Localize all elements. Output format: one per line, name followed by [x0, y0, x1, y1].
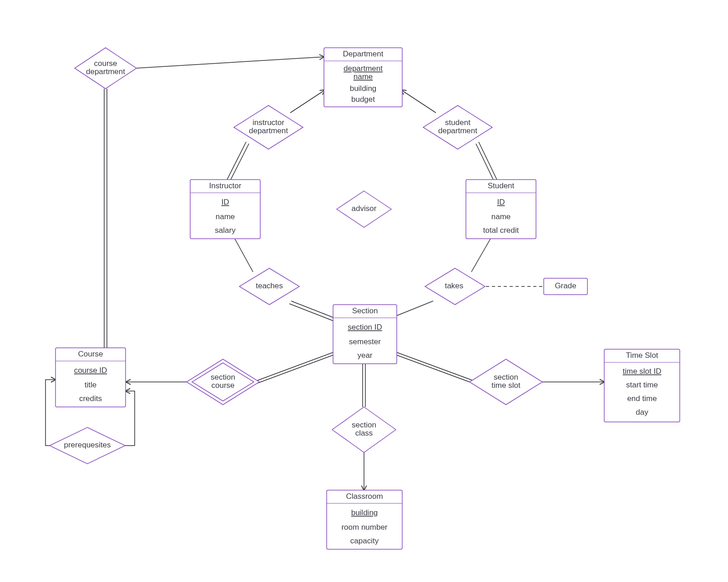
- rel-section-course-l1: section: [211, 373, 235, 381]
- rel-section-course-l2: course: [211, 381, 234, 390]
- entity-student-title: Student: [488, 181, 515, 190]
- entity-section: Section section ID semester year: [333, 305, 397, 364]
- rel-section-timeslot: section time slot: [470, 359, 542, 405]
- edge-teaches-to-instructor: [235, 239, 253, 272]
- edge-stud-dept-to-student-b: [476, 144, 494, 181]
- edge-instr-dept-to-instructor-a: [227, 142, 246, 180]
- entity-grade-label: Grade: [555, 281, 576, 290]
- entity-course-pk: course ID: [74, 366, 107, 375]
- edge-takes-to-student: [471, 239, 490, 272]
- rel-prerequisites: prerequesites: [50, 427, 125, 464]
- rel-teaches-label: teaches: [256, 281, 283, 290]
- entity-timeslot-title: Time Slot: [626, 351, 658, 360]
- entity-classroom-title: Classroom: [346, 492, 383, 501]
- entity-department-attr-1: budget: [351, 95, 375, 104]
- rel-section-class-l2: class: [355, 429, 373, 437]
- edge-teaches-to-section-b: [289, 304, 335, 321]
- entity-classroom-pk: building: [351, 508, 378, 517]
- rel-prerequisites-label: prerequesites: [64, 441, 111, 449]
- entity-department-attr-0: building: [350, 84, 377, 93]
- entity-section-attr-1: year: [357, 351, 372, 360]
- edge-sec-ts-to-section-a: [397, 352, 473, 381]
- rel-course-department: course department: [75, 48, 136, 89]
- rel-section-class: section class: [332, 407, 396, 452]
- rel-student-department-l2: department: [438, 126, 477, 135]
- rel-advisor: advisor: [337, 191, 391, 227]
- edge-stud-dept-to-department: [401, 90, 436, 113]
- rel-course-department-l1: course: [94, 59, 117, 68]
- entity-department-title: Department: [343, 50, 384, 58]
- entity-timeslot-attr-2: day: [636, 408, 648, 416]
- entity-instructor-pk: ID: [222, 198, 229, 206]
- edge-stud-dept-to-student-a: [479, 142, 497, 180]
- rel-instructor-department: instructor department: [234, 105, 303, 149]
- entity-course-attr-0: title: [85, 381, 96, 389]
- entity-student-attr-1: total credit: [483, 226, 519, 235]
- entity-timeslot-attr-0: start time: [626, 381, 658, 389]
- entity-timeslot-attr-1: end time: [627, 394, 657, 403]
- rel-student-department-l1: student: [445, 118, 470, 127]
- rel-instructor-department-l1: instructor: [253, 118, 284, 127]
- entity-student-pk: ID: [497, 198, 505, 206]
- entity-section-title: Section: [352, 306, 378, 315]
- entity-course-attr-1: credits: [79, 394, 102, 403]
- entity-timeslot-pk: time slot ID: [622, 367, 661, 376]
- entity-instructor-title: Instructor: [209, 181, 242, 190]
- edge-course-dept-to-department: [136, 57, 324, 68]
- edge-instr-dept-to-department: [290, 90, 325, 113]
- entity-classroom: Classroom building room number capacity: [327, 490, 402, 549]
- entity-department-pk-2: name: [354, 72, 373, 81]
- rel-section-course: section course: [187, 359, 259, 405]
- edge-sec-course-to-section-a: [257, 352, 333, 381]
- entity-department: Department department name building budg…: [324, 48, 402, 107]
- rel-advisor-label: advisor: [352, 204, 377, 213]
- rel-teaches: teaches: [239, 268, 299, 305]
- entity-course: Course course ID title credits: [56, 348, 126, 407]
- rel-course-department-l2: department: [86, 67, 125, 76]
- entity-grade: Grade: [544, 278, 587, 295]
- entity-department-pk-1: department: [344, 64, 383, 73]
- entity-instructor: Instructor ID name salary: [190, 180, 260, 239]
- rel-section-timeslot-l1: section: [494, 373, 518, 381]
- entity-classroom-attr-0: room number: [341, 523, 387, 532]
- rel-section-class-l1: section: [352, 421, 376, 429]
- rel-takes-label: takes: [445, 281, 464, 290]
- rel-section-timeslot-l2: time slot: [491, 381, 521, 390]
- rel-takes: takes: [425, 268, 485, 305]
- edge-teaches-to-section-a: [291, 301, 335, 318]
- entity-timeslot: Time Slot time slot ID start time end ti…: [604, 349, 680, 422]
- entity-student-attr-0: name: [491, 212, 511, 221]
- entity-section-attr-0: semester: [349, 337, 381, 346]
- edge-prereq-left: [46, 380, 56, 446]
- entity-course-title: Course: [78, 350, 103, 358]
- entity-student: Student ID name total credit: [466, 180, 536, 239]
- rel-student-department: student department: [423, 105, 492, 149]
- edge-takes-to-section: [396, 301, 433, 316]
- entity-instructor-attr-0: name: [216, 212, 235, 221]
- entity-classroom-attr-1: capacity: [350, 537, 379, 545]
- entity-section-pk: section ID: [348, 323, 382, 331]
- edge-sec-course-to-section-b: [257, 355, 333, 383]
- rel-instructor-department-l2: department: [249, 126, 288, 135]
- edge-instr-dept-to-instructor-b: [230, 144, 249, 181]
- edge-sec-ts-to-section-b: [397, 355, 473, 383]
- entity-instructor-attr-1: salary: [215, 226, 236, 235]
